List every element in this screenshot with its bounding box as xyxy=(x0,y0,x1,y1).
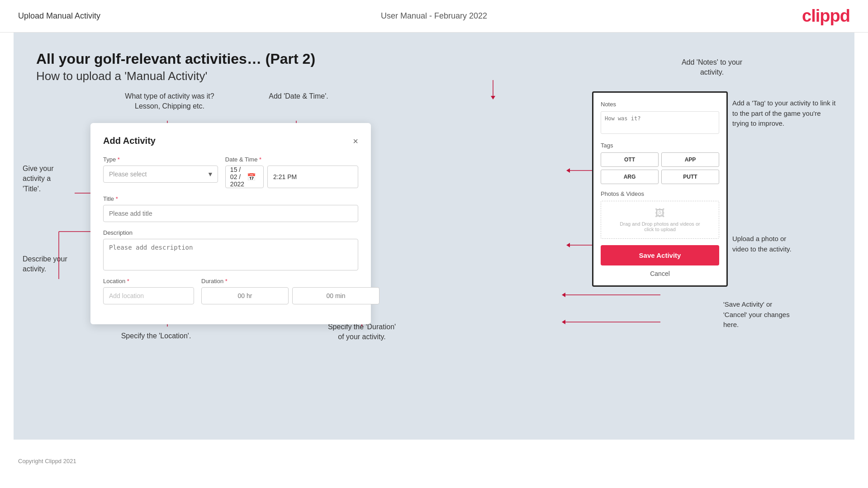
location-label: Location * xyxy=(103,278,194,284)
svg-marker-27 xyxy=(562,320,565,324)
svg-marker-23 xyxy=(566,243,570,247)
svg-marker-25 xyxy=(562,293,565,297)
date-input-wrap[interactable]: 15 / 02 / 2022 📅 xyxy=(225,166,264,188)
cancel-button[interactable]: Cancel xyxy=(601,270,719,277)
type-label: Type * xyxy=(103,156,218,163)
photos-section: Photos & Videos 🖼 Drag and Drop photos a… xyxy=(601,190,719,239)
type-select[interactable]: Please select xyxy=(103,166,218,183)
annotation-desc: Describe your activity. xyxy=(23,254,77,275)
upload-text: Drag and Drop photos and videos or click… xyxy=(620,221,700,232)
annotation-duration: Specify the 'Duration' of your activity. xyxy=(312,322,412,342)
annotation-notes: Add 'Notes' to your activity. xyxy=(674,57,750,78)
header: Upload Manual Activity User Manual - Feb… xyxy=(0,0,868,33)
date-value: 15 / 02 / 2022 xyxy=(230,166,244,188)
phone-panel: Notes Tags OTT APP ARG PUTT Photos & Vid… xyxy=(592,91,728,287)
time-input[interactable] xyxy=(267,166,358,188)
description-textarea[interactable] xyxy=(103,239,358,270)
annotation-photo: Upload a photo or video to the activity. xyxy=(732,234,836,254)
title-input[interactable] xyxy=(103,205,358,222)
location-input[interactable] xyxy=(103,287,194,304)
tags-label: Tags xyxy=(601,142,719,149)
location-duration-row: Location * Duration * xyxy=(103,278,358,304)
date-label: Date & Time * xyxy=(225,156,358,163)
title-group: Title * xyxy=(103,195,358,222)
annotation-tags: Add a 'Tag' to your activity to link it … xyxy=(732,98,836,129)
title-label: Title * xyxy=(103,195,358,202)
tag-arg[interactable]: ARG xyxy=(601,170,659,184)
tag-app[interactable]: APP xyxy=(661,152,719,167)
duration-min-input[interactable] xyxy=(292,287,379,304)
dialog-title: Add Activity xyxy=(103,136,156,146)
notes-label: Notes xyxy=(601,101,719,108)
description-label: Description xyxy=(103,229,358,236)
upload-icon: 🖼 xyxy=(605,208,715,219)
date-time-inputs: 15 / 02 / 2022 📅 xyxy=(225,166,358,188)
main-content: All your golf-relevant activities… (Part… xyxy=(14,33,854,440)
tag-putt[interactable]: PUTT xyxy=(661,170,719,184)
footer: Copyright Clippd 2021 xyxy=(0,453,868,469)
clippd-logo: clippd xyxy=(802,6,850,26)
duration-inputs xyxy=(201,287,379,304)
svg-marker-17 xyxy=(491,96,495,99)
date-time-group: Date & Time * 15 / 02 / 2022 📅 xyxy=(225,156,358,188)
add-activity-dialog: Add Activity × Type * Please select ▼ Da… xyxy=(90,123,371,324)
header-left-title: Upload Manual Activity xyxy=(18,11,100,21)
description-group: Description xyxy=(103,229,358,270)
annotation-title: Give your activity a 'Title'. xyxy=(23,164,77,194)
annotation-date: Add 'Date & Time'. xyxy=(258,91,339,101)
header-center-title: User Manual - February 2022 xyxy=(381,11,487,21)
save-activity-button[interactable]: Save Activity xyxy=(601,245,719,265)
location-group: Location * xyxy=(103,278,194,304)
annotation-location: Specify the 'Location'. xyxy=(118,331,194,341)
svg-marker-20 xyxy=(566,168,570,173)
notes-textarea[interactable] xyxy=(601,111,719,134)
type-select-wrapper: Please select ▼ xyxy=(103,166,218,183)
calendar-icon[interactable]: 📅 xyxy=(247,173,256,181)
duration-group: Duration * xyxy=(201,278,379,304)
copyright-text: Copyright Clippd 2021 xyxy=(18,458,76,464)
upload-box[interactable]: 🖼 Drag and Drop photos and videos or cli… xyxy=(601,201,719,239)
annotation-type: What type of activity was it? Lesson, Ch… xyxy=(124,91,215,112)
photos-label: Photos & Videos xyxy=(601,190,719,197)
type-group: Type * Please select ▼ xyxy=(103,156,218,188)
tag-ott[interactable]: OTT xyxy=(601,152,659,167)
close-button[interactable]: × xyxy=(353,137,358,146)
tags-grid: OTT APP ARG PUTT xyxy=(601,152,719,184)
duration-label: Duration * xyxy=(201,278,379,284)
duration-hr-input[interactable] xyxy=(201,287,289,304)
annotation-save: 'Save Activity' or 'Cancel' your changes… xyxy=(723,299,836,330)
type-date-row: Type * Please select ▼ Date & Time * 15 … xyxy=(103,156,358,188)
dialog-header: Add Activity × xyxy=(103,136,358,146)
